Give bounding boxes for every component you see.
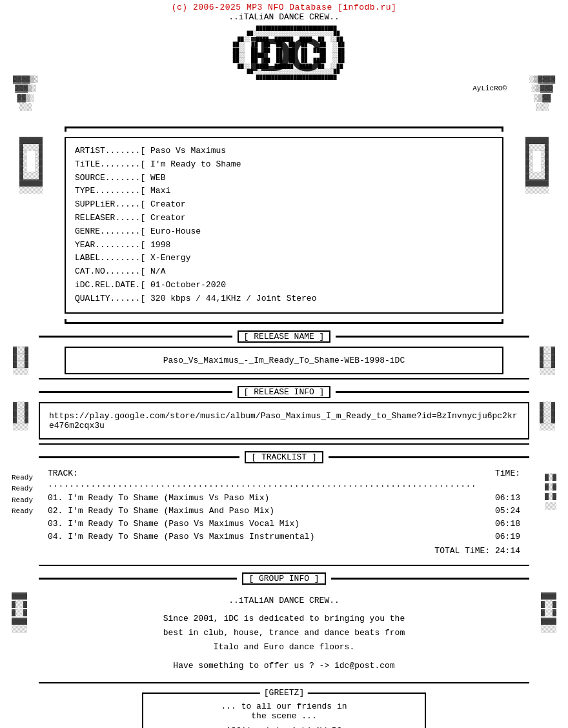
field-label-catno: CAT.NO.......[ (75, 267, 145, 276)
total-row: TOTAL TiME: 24:14 (48, 546, 520, 556)
field-value-quality: 320 kbps / 44,1KHz / Joint Stereo (150, 294, 316, 303)
field-value-artist: Paso Vs Maximus (150, 146, 226, 156)
total-time-value: 24:14 (495, 546, 520, 556)
field-value-catno: N/A (150, 267, 165, 276)
field-artist: ARTiST.......[ Paso Vs Maximus (75, 145, 493, 158)
logo-text: iDC (248, 28, 320, 81)
greetz-line2: the scene ... (152, 711, 416, 721)
track-2-time: 05:24 (495, 505, 520, 518)
field-value-title: I'm Ready to Shame (150, 159, 241, 169)
release-name-box: Paso_Vs_Maximus_-_Im_Ready_To_Shame-WEB-… (65, 347, 503, 374)
table-row: 04. I'm Ready To Shame (Paso Vs Maximus … (48, 531, 520, 543)
tracklist-bottom-deco (39, 565, 529, 566)
release-name-label: [ RELEASE NAME ] (238, 330, 331, 343)
left-side-deco: ▓▓▓▓▓▓ ▓░░░░▓ ▓░ ░▓ ▓░ ░▓ ▓░ ░▓ ▓░░░░▓ ▓… (19, 137, 43, 194)
right-deco-1: ░▒▓▓▓▓ ░▒▓▓▓ ░▒▓▓ ░░░ (529, 75, 555, 112)
greetz-section: [GREETZ] ... to all our friends in the s… (0, 693, 568, 728)
group-contact: Have something to offer us ? -> idc@post… (61, 659, 507, 673)
left-deco-1: ▓▓▓▓▒░ ▓▓▓▒░ ▓▓▒░ ░░░ (13, 75, 39, 112)
logo-area: ██████████████████████████ ██░░░░░░░░░░░… (0, 23, 568, 126)
subtitle: ..iTALiAN DANCE CREW.. (0, 12, 568, 22)
tracklist-box: TRACK: TiME: ...........................… (39, 466, 529, 563)
track-4-time: 06:19 (495, 531, 520, 543)
tracklist-dots: ........................................… (48, 480, 520, 489)
track-2-title: 02. I'm Ready To Shame (Maximus And Paso… (48, 505, 274, 518)
ready-labels-left: Ready Ready Ready Ready (12, 472, 33, 518)
field-value-reldate: 01-October-2020 (150, 280, 226, 290)
release-name-divider: [ RELEASE NAME ] (39, 330, 529, 343)
left-ri-deco: ▓░░▓ ▓░░▓ ▓░░▓ ░░░░ (13, 402, 28, 430)
total-label: TOTAL TiME: (434, 546, 490, 556)
field-label-reldate: iDC.REL.DATE.[ (75, 280, 145, 290)
track-3-title: 03. I'm Ready To Shame (Paso Vs Maximus … (48, 518, 299, 531)
tracklist-label: [ TRACKLIST ] (245, 451, 323, 463)
time-col-header: TiME: (495, 469, 520, 478)
info-box: ARTiST.......[ Paso Vs Maximus TiTLE....… (65, 137, 503, 314)
page-wrapper: (c) 2006-2025 MP3 NFO Database [infodb.r… (0, 0, 568, 728)
table-row: 01. I'm Ready To Shame (Maximus Vs Paso … (48, 492, 520, 505)
field-label-label: LABEL........[ (75, 253, 145, 263)
group-desc2: best in club, house, trance and dance be… (61, 626, 507, 640)
release-name-bottom-deco (39, 378, 529, 379)
track-col-header: TRACK: (48, 469, 78, 478)
group-info-section: [ GROUP INFO ] ▓▓▓▓ ▓░░▓ ▓░░▓ ▓▓▓▓ ░░░░ … (0, 572, 568, 683)
group-info-bottom-deco (39, 682, 529, 683)
group-info-box: ..iTALiAN DANCE CREW.. Since 2001, iDC i… (52, 589, 516, 678)
field-value-releaser: Creator (150, 213, 186, 223)
field-label-year: YEAR.........[ (75, 240, 145, 250)
track-3-time: 06:18 (495, 518, 520, 531)
group-info-divider: [ GROUP INFO ] (39, 572, 529, 585)
field-value-year: 1998 (150, 240, 170, 250)
top-credit: (c) 2006-2025 MP3 NFO Database [infodb.r… (0, 0, 568, 12)
release-info-divider: [ RELEASE INFO ] (39, 386, 529, 398)
table-row: 03. I'm Ready To Shame (Paso Vs Maximus … (48, 518, 520, 531)
field-value-genre: Euro-House (150, 227, 201, 236)
group-info-label: [ GROUP INFO ] (242, 572, 325, 585)
field-label: LABEL........[ X-Energy (75, 252, 493, 265)
group-desc1: Since 2001, iDC is dedicated to bringing… (61, 612, 507, 626)
right-side-deco: ▓▓▓▓▓▓ ▓░░░░▓ ▓░ ░▓ ▓░ ░▓ ▓░ ░▓ ▓░░░░▓ ▓… (525, 137, 549, 194)
field-catno: CAT.NO.......[ N/A (75, 265, 493, 279)
field-label-type: TYPE.........[ (75, 186, 145, 196)
greetz-title-label: [GREETZ] (260, 688, 308, 698)
greetz-ascii-credit: ASCiiwork by AyLieN/cRO (152, 726, 416, 728)
field-source: SOURCE.......[ WEB (75, 172, 493, 185)
release-info-box: https://play.google.com/store/music/albu… (39, 402, 529, 440)
left-gi-deco: ▓▓▓▓ ▓░░▓ ▓░░▓ ▓▓▓▓ ░░░░ (12, 592, 27, 634)
field-value-label: X-Energy (150, 253, 190, 263)
release-info-content-area: ▓░░▓ ▓░░▓ ▓░░▓ ░░░░ ▓░░▓ ▓░░▓ ▓░░▓ ░░░░ … (0, 402, 568, 440)
field-reldate: iDC.REL.DATE.[ 01-October-2020 (75, 279, 493, 292)
right-tl-deco: ▓░▓ ▓░▓ ▓░▓ ░░░ (545, 472, 556, 511)
field-value-type: Maxi (150, 186, 170, 196)
field-label-artist: ARTiST.......[ (75, 146, 145, 156)
field-label-title: TiTLE........[ (75, 159, 145, 169)
deco-bottom-info (52, 319, 516, 324)
tracklist-content-area: Ready Ready Ready Ready ▓░▓ ▓░▓ ▓░▓ ░░░ … (0, 466, 568, 563)
track-4-title: 04. I'm Ready To Shame (Paso Vs Maximus … (48, 531, 314, 543)
greetz-box: [GREETZ] ... to all our friends in the s… (142, 693, 426, 728)
field-value-supplier: Creator (150, 199, 186, 209)
field-quality: QUALiTY......[ 320 kbps / 44,1KHz / Join… (75, 292, 493, 306)
release-info-label: [ RELEASE INFO ] (238, 386, 331, 398)
tracklist-header: TRACK: TiME: (48, 469, 520, 478)
release-info-section: [ RELEASE INFO ] ▓░░▓ ▓░░▓ ▓░░▓ ░░░░ ▓░░… (0, 386, 568, 445)
track-1-title: 01. I'm Ready To Shame (Maximus Vs Paso … (48, 492, 269, 505)
group-desc3: Italo and Euro dance floors. (61, 640, 507, 654)
right-gi-deco: ▓▓▓▓ ▓░░▓ ▓░░▓ ▓▓▓▓ ░░░░ (541, 592, 556, 634)
release-info-bottom-deco (39, 443, 529, 445)
field-year: YEAR.........[ 1998 (75, 239, 493, 252)
group-name: ..iTALiAN DANCE CREW.. (61, 594, 507, 608)
tracklist-divider: [ TRACKLIST ] (39, 451, 529, 463)
right-ri-deco: ▓░░▓ ▓░░▓ ▓░░▓ ░░░░ (540, 402, 555, 430)
field-genre: GENRE........[ Euro-House (75, 225, 493, 239)
left-rn-deco: ▓░░▓ ▓░░▓ ▓░░▓ ░░░░ (13, 347, 28, 375)
track-1-time: 06:13 (495, 492, 520, 505)
release-name-content-area: ▓░░▓ ▓░░▓ ▓░░▓ ░░░░ ▓░░▓ ▓░░▓ ▓░░▓ ░░░░ … (0, 347, 568, 374)
deco-top-info (52, 126, 516, 132)
right-rn-deco: ▓░░▓ ▓░░▓ ▓░░▓ ░░░░ (540, 347, 555, 375)
field-label-source: SOURCE.......[ (75, 173, 145, 183)
tracklist-section: [ TRACKLIST ] Ready Ready Ready Ready ▓░… (0, 451, 568, 567)
field-title: TiTLE........[ I'm Ready to Shame (75, 158, 493, 172)
greetz-line1: ... to all our friends in (152, 702, 416, 711)
field-value-source: WEB (150, 173, 165, 183)
